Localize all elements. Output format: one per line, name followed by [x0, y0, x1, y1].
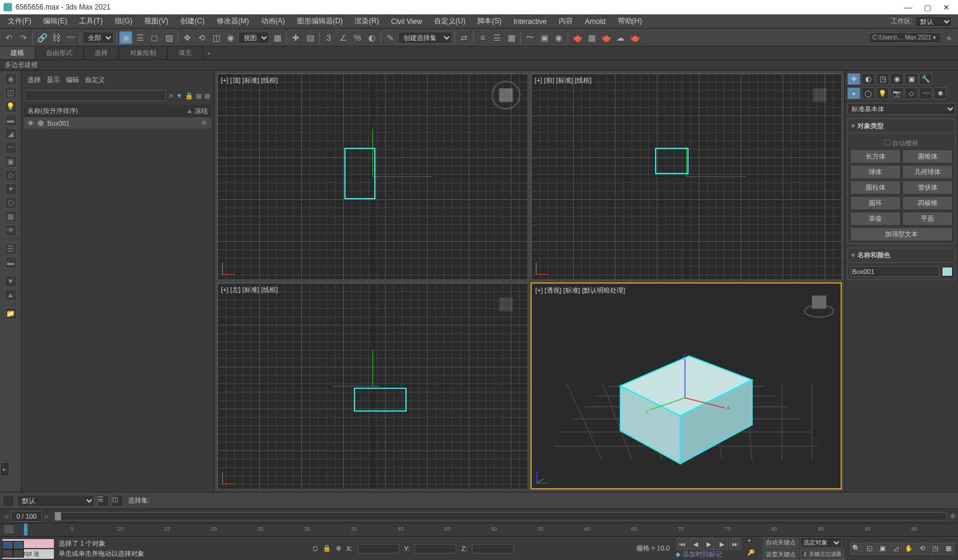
edit-set-button[interactable]: ✎ [384, 31, 397, 44]
viewcube-persp[interactable] [801, 287, 837, 323]
scene-item-box001[interactable]: 👁 Box001 ❄ [24, 117, 211, 129]
project-path[interactable]: C:\Users\… Max 2021 ▾ [869, 32, 941, 43]
menu-civil[interactable]: Civil View [386, 16, 428, 27]
unlink-button[interactable]: ⛓ [50, 31, 63, 44]
time-prev[interactable]: < [2, 513, 11, 520]
helpers-sub[interactable]: ◇ [905, 87, 918, 99]
display-tab[interactable]: ▣ [905, 73, 918, 85]
maximize-button[interactable]: ▢ [924, 3, 931, 12]
menu-create[interactable]: 创建(C) [175, 15, 210, 28]
curve-editor-button[interactable]: 〜 [523, 31, 536, 44]
light-icon[interactable]: 💡 [5, 101, 17, 112]
redo-button[interactable]: ↷ [17, 31, 30, 44]
viewcube-top[interactable] [488, 77, 524, 113]
schematic-button[interactable]: ▣ [538, 31, 551, 44]
prim-cone[interactable]: 圆锥体 [902, 150, 953, 163]
ribbon-tab-paint[interactable]: 对象绘制 [119, 47, 168, 59]
prim-cylinder[interactable]: 圆柱体 [850, 181, 901, 194]
scene-tab-edit[interactable]: 编辑 [66, 75, 79, 84]
bind-button[interactable]: 〰 [64, 31, 77, 44]
prim-geosphere[interactable]: 几何球体 [902, 165, 953, 179]
freeze-column-header[interactable]: ▲ 冻结 [186, 106, 208, 115]
clear-search-icon[interactable]: ✕ [168, 92, 174, 100]
addtime-label[interactable]: 添加时间标记 [683, 550, 722, 559]
lock-sel-icon[interactable]: ◻ [313, 544, 318, 552]
layer-button[interactable]: ☰ [490, 31, 504, 44]
viewport-front[interactable]: [+] [前] [标准] [线框] [530, 73, 842, 280]
menu-customize[interactable]: 自定义(U) [429, 15, 471, 28]
pan-icon[interactable]: ✋ [903, 543, 915, 555]
move-button[interactable]: ✥ [181, 31, 194, 44]
selection-filter[interactable]: 全部 [83, 32, 114, 44]
angle-snap-button[interactable]: ∠ [336, 31, 350, 44]
zoom-ext-icon[interactable]: ▣ [877, 543, 889, 555]
spacewarps-sub[interactable]: 〰 [919, 87, 932, 99]
systems-sub[interactable]: ✱ [933, 87, 947, 99]
menu-script[interactable]: 脚本(S) [472, 15, 507, 28]
panel-expander[interactable]: ▸ [0, 462, 10, 476]
undo-button[interactable]: ↶ [2, 31, 16, 44]
prim-teapot[interactable]: 茶壶 [850, 212, 901, 226]
shape-icon[interactable]: ◢ [5, 128, 17, 140]
create-tab[interactable]: ✚ [847, 73, 860, 85]
menu-content[interactable]: 内容 [553, 15, 578, 28]
select-button[interactable]: ▣ [119, 31, 132, 44]
menu-animation[interactable]: 动画(A) [256, 15, 290, 28]
mirror-button[interactable]: ⇄ [457, 31, 471, 44]
shapes-sub[interactable]: ◯ [862, 87, 875, 99]
ribbon-tab-freeform[interactable]: 自由形式 [35, 47, 84, 59]
rect-region-button[interactable]: ◻ [148, 31, 161, 44]
list-icon[interactable]: ☰ [5, 243, 17, 255]
menu-arnold[interactable]: Arnold [580, 16, 611, 27]
goto-start[interactable]: ⏮ [677, 538, 689, 550]
bone-icon[interactable]: ⬡ [5, 197, 17, 209]
y-input[interactable] [414, 544, 456, 553]
goto-end[interactable]: ⏭ [729, 538, 741, 550]
autogrid-check[interactable]: 自动栅格 [850, 137, 953, 150]
snap-3-button[interactable]: 3 [322, 31, 335, 44]
render-setup-button[interactable]: 🫖 [571, 31, 584, 44]
frame-display[interactable]: 0 / 100 [11, 511, 42, 522]
orbit-icon[interactable]: ⟲ [916, 543, 928, 555]
menu-tools[interactable]: 工具(T) [74, 15, 108, 28]
spinner-snap-button[interactable]: ◐ [365, 31, 378, 44]
freeze-cell[interactable]: ❄ [199, 119, 208, 127]
autokey-toggle[interactable]: + [747, 537, 762, 547]
menu-file[interactable]: 文件(F) [2, 15, 37, 28]
next-frame[interactable]: ▶ [716, 538, 728, 550]
prim-tube[interactable]: 管状体 [902, 181, 953, 194]
x-input[interactable] [357, 544, 399, 553]
path-more-button[interactable]: » [942, 31, 956, 44]
vp-persp-label[interactable]: [+] [透视] [标准] [默认明暗处理] [535, 286, 625, 295]
link-button[interactable]: 🔗 [35, 31, 48, 44]
minimize-button[interactable]: — [904, 3, 912, 12]
play-button[interactable]: ▶ [703, 538, 715, 550]
menu-interactive[interactable]: Interactive [508, 16, 551, 27]
scene-tab-display[interactable]: 显示 [47, 75, 60, 84]
cameras-sub[interactable]: 📷 [890, 87, 904, 99]
render-cloud-button[interactable]: ☁ [614, 31, 627, 44]
color-swatch[interactable] [942, 267, 953, 276]
z-input[interactable] [472, 544, 514, 553]
zoom-all-icon[interactable]: ◱ [863, 543, 875, 555]
menu-view[interactable]: 视图(V) [139, 15, 174, 28]
geometry-icon[interactable]: ▬ [5, 114, 17, 126]
maxview-icon[interactable]: ◳ [929, 543, 941, 555]
viewport-top[interactable]: [+] [顶] [标准] [线框] [217, 73, 528, 280]
time-ruler[interactable]: 0510152025303540455055606570758085909510… [0, 523, 958, 536]
menu-render[interactable]: 渲染(R) [349, 15, 384, 28]
vp-top-label[interactable]: [+] [顶] [标准] [线框] [221, 76, 278, 85]
lock-icon2[interactable]: 🔒 [323, 544, 331, 552]
prim-torus[interactable]: 圆环 [850, 196, 901, 210]
scene-tab-custom[interactable]: 自定义 [85, 75, 105, 84]
material-button[interactable]: ◉ [552, 31, 565, 44]
isolate-button[interactable]: ◫ [111, 495, 123, 507]
layer-icon[interactable] [2, 495, 14, 507]
abs-icon[interactable]: ⊕ [336, 544, 341, 552]
motion-tab[interactable]: ◉ [890, 73, 904, 85]
ribbon-tab-select[interactable]: 选择 [84, 47, 119, 59]
render-online-button[interactable]: 🫖 [628, 31, 641, 44]
lock-icon[interactable]: 🔒 [185, 92, 193, 100]
ribbon-toggle[interactable]: ▦ [505, 31, 518, 44]
scale-button[interactable]: ◫ [210, 31, 223, 44]
